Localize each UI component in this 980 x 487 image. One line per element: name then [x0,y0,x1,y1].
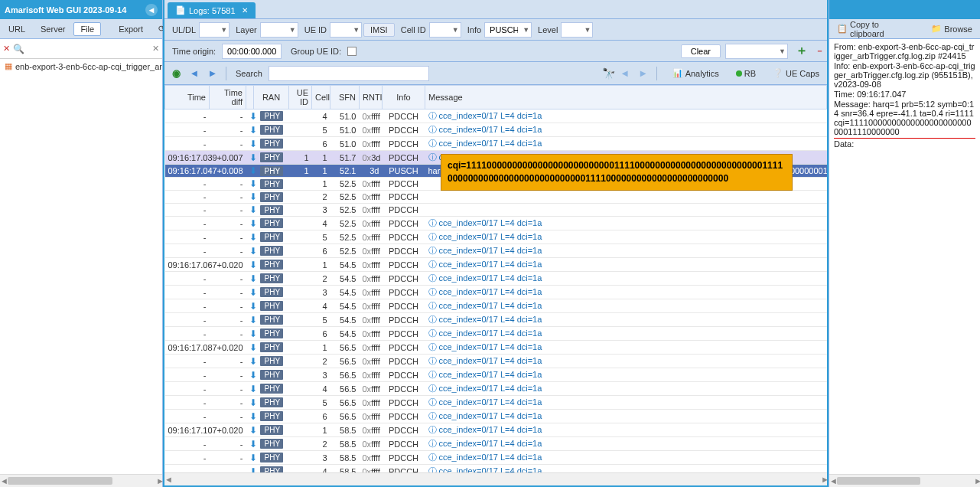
phy-badge: PHY [260,246,283,256]
direction-down-icon: ⬇ [249,315,257,325]
direction-down-icon: ⬇ [249,232,257,243]
col-tdiff[interactable]: Time diff [210,86,246,109]
detail-data: Data: [834,139,975,149]
center-hscroll[interactable]: ◄ ► [164,472,827,485]
start-icon[interactable]: ◉ [168,65,184,82]
table-row[interactable]: --⬇PHY354.50xffffPDCCHⓘcce_index=0/17 L=… [165,286,827,299]
file-button[interactable]: File [73,22,101,36]
export-button[interactable]: Export [112,22,150,36]
filter-bar: UL/DL ▼ Layer ▼ UE ID ▼ IMSI Cell ID ▼ I… [164,19,827,41]
table-row[interactable]: --⬇PHY556.50xffffPDCCHⓘcce_index=0/17 L=… [165,396,827,410]
right-hscroll[interactable]: ◄ ► [829,474,980,487]
phy-badge: PHY [260,192,283,202]
ueid-label: UE ID [304,25,327,34]
info-combo[interactable]: ▼ [484,22,532,38]
table-row[interactable]: --⬇PHY652.50xffffPDCCHⓘcce_index=0/17 L=… [165,244,827,258]
table-row[interactable]: --⬇PHY358.50xffffPDCCHⓘcce_index=0/17 L=… [165,451,827,465]
phy-badge: PHY [260,301,283,311]
grid-search-input[interactable] [269,66,429,81]
direction-down-icon: ⬇ [249,246,257,257]
file-icon: ▦ [5,61,12,71]
col-rnti[interactable]: RNTI [360,86,383,109]
server-button[interactable]: Server [34,22,72,36]
col-time[interactable]: Time [165,86,210,109]
table-row[interactable]: --⬇PHY256.50xffffPDCCHⓘcce_index=0/17 L=… [165,355,827,368]
clear-search-icon[interactable]: ✕ [152,44,159,54]
table-row[interactable]: --⬇PHY356.50xffffPDCCHⓘcce_index=0/17 L=… [165,368,827,382]
info-combo-input[interactable] [488,25,519,35]
log-grid[interactable]: Time Time diff RAN UE ID Cell SFN RNTI I… [164,85,827,472]
table-row[interactable]: --⬇PHY456.50xffffPDCCHⓘcce_index=0/17 L=… [165,382,827,396]
ueid-combo[interactable]: ▼ [330,22,362,38]
col-ran[interactable]: RAN [254,86,289,109]
analytics-button[interactable]: 📊Analytics [668,67,724,80]
remove-icon[interactable]: ✕ [3,44,10,54]
collapse-sidebar-button[interactable]: ◄ [145,4,158,16]
table-row[interactable]: --⬇PHY551.00xffffPDCCHⓘcce_index=0/17 L=… [165,123,827,137]
clear-button[interactable]: Clear [681,44,721,58]
table-row[interactable]: --⬇PHY254.50xffffPDCCHⓘcce_index=0/17 L=… [165,272,827,286]
cellid-combo[interactable]: ▼ [429,22,461,38]
imsi-button[interactable]: IMSI [363,23,395,37]
table-row[interactable]: --⬇PHY458.50xffffPDCCHⓘcce_index=0/17 L=… [165,465,827,473]
source-toolbar: URL Server File Export ⟳ [0,19,162,39]
phy-badge: PHY [260,287,283,297]
table-row[interactable]: --⬇PHY451.00xffffPDCCHⓘcce_index=0/17 L=… [165,109,827,123]
filter-preset-combo[interactable]: ▼ [725,44,788,59]
table-row[interactable]: --⬇PHY552.50xffffPDCCHⓘcce_index=0/17 L=… [165,230,827,244]
direction-down-icon: ⬇ [249,453,257,463]
copy-clipboard-button[interactable]: 📋Copy to clipboard [832,18,914,40]
table-row[interactable]: --⬇PHY454.50xffffPDCCHⓘcce_index=0/17 L=… [165,299,827,313]
table-row[interactable]: --⬇PHY352.50xffffPDCCH [165,204,827,217]
col-ueid[interactable]: UE ID [289,86,312,109]
table-row[interactable]: 09:16:17.107+0.020⬇PHY158.50xffffPDCCHⓘc… [165,423,827,437]
phy-badge: PHY [260,218,283,228]
tree-file-item[interactable]: ▦ enb-export-3-enb-6cc-ap-cqi_trigger_ar… [0,59,162,74]
info-label: Info [467,25,481,34]
table-row[interactable]: 09:16:17.087+0.020⬇PHY156.50xffffPDCCHⓘc… [165,341,827,355]
table-row[interactable]: --⬇PHY258.50xffffPDCCHⓘcce_index=0/17 L=… [165,437,827,451]
phy-badge: PHY [260,179,283,189]
binoculars-icon[interactable]: 🔭 [602,67,615,80]
phy-badge: PHY [260,370,283,380]
table-row[interactable]: --⬇PHY651.00xffffPDCCHⓘcce_index=0/17 L=… [165,137,827,151]
tree-search-row: ✕ 🔍 ✕ [0,39,162,59]
left-sidebar: Amarisoft Web GUI 2023-09-14 ◄ URL Serve… [0,0,163,487]
direction-down-icon: ⬇ [249,342,257,353]
nav-next-icon[interactable]: ► [204,65,221,82]
col-sfn[interactable]: SFN [330,86,360,109]
table-row[interactable]: 09:16:17.067+0.020⬇PHY154.50xffffPDCCHⓘc… [165,258,827,272]
direction-down-icon: ⬇ [249,425,257,436]
rb-button[interactable]: RB [731,67,760,80]
time-origin-input[interactable] [222,44,282,59]
level-combo[interactable]: ▼ [561,22,593,38]
phy-badge: PHY [260,232,283,242]
group-ueid-checkbox[interactable] [347,47,357,56]
remove-filter-icon[interactable]: － [816,45,824,57]
close-tab-icon[interactable]: ✕ [242,6,248,15]
phy-badge: PHY [260,166,283,176]
table-row[interactable]: --⬇PHY554.50xffffPDCCHⓘcce_index=0/17 L=… [165,313,827,327]
table-row[interactable]: --⬇PHY452.50xffffPDCCHⓘcce_index=0/17 L=… [165,217,827,230]
col-msg[interactable]: Message [425,86,827,109]
direction-down-icon: ⬇ [249,397,257,408]
tab-logs[interactable]: 📄 Logs: 57581 ✕ [168,2,256,18]
direction-down-icon: ⬇ [249,260,257,270]
phy-badge: PHY [260,439,283,449]
url-button[interactable]: URL [2,22,32,36]
table-row[interactable]: --⬇PHY252.50xffffPDCCH [165,191,827,204]
layer-combo[interactable]: ▼ [260,22,298,38]
tree-search-input[interactable] [28,44,149,54]
col-info[interactable]: Info [383,86,425,109]
uecaps-button[interactable]: ❔UE Caps [768,67,824,80]
left-hscroll[interactable]: ◄ ► [0,474,162,487]
browse-button[interactable]: 📁Browse [926,22,977,35]
table-row[interactable]: --⬇PHY654.50xffffPDCCHⓘcce_index=0/17 L=… [165,327,827,341]
nav-prev-icon[interactable]: ◄ [186,65,203,82]
col-cell[interactable]: Cell [312,86,330,109]
uldl-combo[interactable]: ▼ [199,22,230,38]
add-filter-icon[interactable]: ＋ [796,43,808,59]
table-row[interactable]: --⬇PHY656.50xffffPDCCHⓘcce_index=0/17 L=… [165,410,827,423]
search-next-icon[interactable]: ► [635,65,652,82]
search-prev-icon[interactable]: ◄ [617,65,633,82]
